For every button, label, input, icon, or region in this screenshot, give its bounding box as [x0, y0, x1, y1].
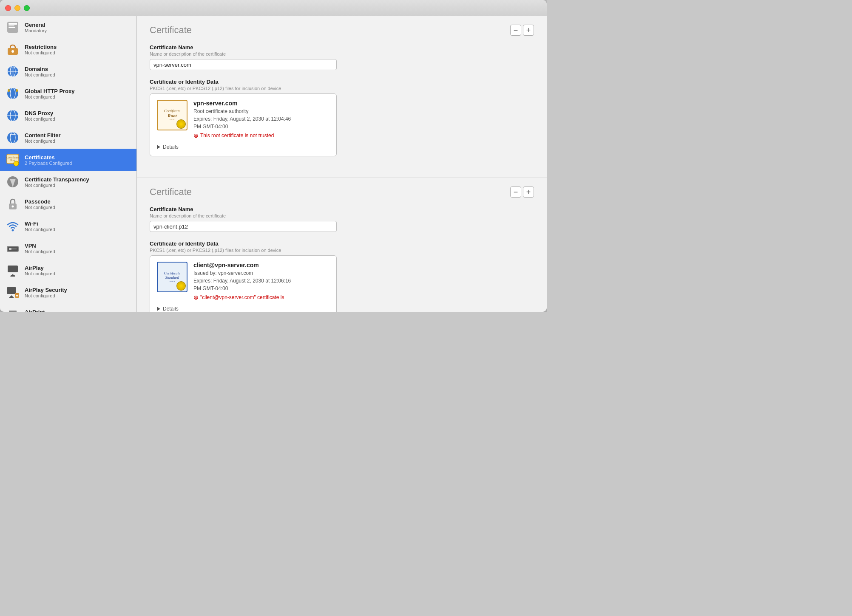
- sidebar-item-vpn[interactable]: VPN Not configured: [0, 237, 136, 259]
- sidebar-item-general[interactable]: General Mandatory: [0, 16, 136, 38]
- svg-rect-2: [9, 25, 14, 26]
- cert-header-1: Certificate − +: [150, 186, 534, 198]
- sidebar-item-subtitle-airplay: Not configured: [25, 271, 55, 276]
- details-label-0: Details: [163, 144, 179, 150]
- svg-point-27: [14, 161, 19, 166]
- sidebar-item-content-filter[interactable]: Content Filter Not configured: [0, 127, 136, 149]
- sidebar-icon-cert-transparency: [5, 174, 20, 189]
- maximize-button[interactable]: [24, 5, 30, 11]
- sidebar-item-certificates[interactable]: CertificateRoot Certificates 2 Payloads …: [0, 149, 136, 171]
- sidebar-item-dns-proxy[interactable]: DNS Proxy Not configured: [0, 105, 136, 127]
- svg-rect-42: [16, 293, 18, 294]
- cert-info-title-1: client@vpn-server.com: [193, 262, 291, 268]
- cert-remove-button-0[interactable]: −: [510, 25, 521, 36]
- main-content: General Mandatory Restrictions Not confi…: [0, 16, 547, 312]
- sidebar-item-subtitle-vpn: Not configured: [25, 249, 55, 254]
- cert-details-row-0[interactable]: Details: [157, 144, 329, 150]
- cert-info-0: vpn-server.com Root certificate authorit…: [193, 100, 291, 139]
- cert-info-line3-0: PM GMT-04:00: [193, 123, 291, 130]
- cert-name-input-0[interactable]: [150, 59, 337, 70]
- cert-error-icon-1: ⊗: [193, 294, 199, 301]
- sidebar-item-title-airplay-security: AirPlay Security: [25, 287, 67, 293]
- right-panel: Certificate − + Certificate Name Name or…: [137, 16, 547, 312]
- sidebar-item-subtitle-passcode: Not configured: [25, 205, 55, 210]
- svg-rect-38: [11, 275, 15, 276]
- sidebar-icon-airplay: [5, 263, 20, 278]
- cert-data-desc-1: PKCS1 (.cer, etc) or PKCS12 (.p12) files…: [150, 248, 534, 253]
- svg-rect-3: [9, 27, 15, 28]
- cert-data-label-0: Certificate or Identity Data: [150, 79, 534, 85]
- cert-remove-button-1[interactable]: −: [510, 186, 521, 198]
- cert-error-0: ⊗ This root certificate is not trusted: [193, 132, 291, 139]
- cert-error-1: ⊗ "client@vpn-server.com" certificate is: [193, 294, 291, 301]
- svg-text:Root: Root: [10, 159, 15, 161]
- sidebar-item-cert-transparency[interactable]: Certificate Transparency Not configured: [0, 171, 136, 193]
- cert-name-desc-0: Name or description of the certificate: [150, 51, 534, 57]
- sidebar-icon-dns-proxy: [5, 108, 20, 123]
- cert-error-icon-0: ⊗: [193, 132, 199, 139]
- cert-info-title-0: vpn-server.com: [193, 100, 291, 107]
- svg-rect-12: [7, 68, 19, 68]
- sidebar-item-title-general: General: [25, 22, 47, 28]
- svg-rect-39: [7, 287, 16, 294]
- cert-name-group-0: Certificate Name Name or description of …: [150, 44, 534, 70]
- sidebar-item-airplay-security[interactable]: AirPlay Security Not configured: [0, 281, 136, 303]
- sidebar-item-passcode[interactable]: Passcode Not configured: [0, 193, 136, 215]
- sidebar-icon-global-http-proxy: [5, 86, 20, 101]
- sidebar-icon-airplay-security: [5, 285, 20, 300]
- svg-rect-16: [8, 89, 10, 92]
- sidebar-item-airprint[interactable]: AirPrint Not configured: [0, 303, 136, 312]
- details-triangle-1: [157, 307, 160, 311]
- cert-error-text-0: This root certificate is not trusted: [200, 133, 274, 138]
- sidebar-icon-restrictions: [5, 42, 20, 57]
- sidebar-item-title-airplay: AirPlay: [25, 265, 55, 271]
- sidebar-item-subtitle-dns-proxy: Not configured: [25, 116, 55, 122]
- cert-section-0: Certificate − + Certificate Name Name or…: [137, 16, 547, 178]
- cert-icon-1: Certificate Standard ~~~: [157, 262, 187, 292]
- sidebar-icon-certificates: CertificateRoot: [5, 152, 20, 167]
- sidebar-item-airplay[interactable]: AirPlay Not configured: [0, 259, 136, 281]
- cert-name-label-0: Certificate Name: [150, 44, 534, 51]
- cert-card-0: Certificate Root ~~~ vpn-server.com Root…: [150, 93, 337, 156]
- traffic-lights: [5, 5, 30, 11]
- cert-data-label-1: Certificate or Identity Data: [150, 240, 534, 247]
- details-label-1: Details: [163, 306, 179, 312]
- sidebar-icon-content-filter: [5, 130, 20, 145]
- svg-rect-45: [9, 311, 17, 312]
- cert-section-title-1: Certificate: [150, 186, 192, 198]
- sidebar-icon-airprint: [5, 307, 20, 312]
- svg-rect-11: [11, 66, 14, 77]
- cert-name-input-1[interactable]: [150, 221, 337, 232]
- sidebar-item-subtitle-certificates: 2 Payloads Configured: [25, 161, 72, 166]
- sidebar-item-wifi[interactable]: Wi-Fi Not configured: [0, 215, 136, 237]
- cert-info-1: client@vpn-server.com Issued by: vpn-ser…: [193, 262, 291, 301]
- cert-data-group-0: Certificate or Identity Data PKCS1 (.cer…: [150, 79, 534, 156]
- sidebar-item-title-wifi: Wi-Fi: [25, 220, 55, 227]
- cert-details-row-1[interactable]: Details: [157, 306, 329, 312]
- cert-name-label-1: Certificate Name: [150, 206, 534, 212]
- cert-action-buttons-1: − +: [510, 186, 534, 198]
- cert-card-inner-1: Certificate Standard ~~~ client@vpn-serv…: [157, 262, 329, 301]
- cert-info-line3-1: PM GMT-04:00: [193, 285, 291, 292]
- svg-point-30: [12, 206, 14, 208]
- svg-rect-5: [10, 48, 16, 49]
- close-button[interactable]: [5, 5, 11, 11]
- sidebar-item-title-dns-proxy: DNS Proxy: [25, 110, 55, 116]
- cert-section-title-0: Certificate: [150, 25, 192, 36]
- main-window: General Mandatory Restrictions Not confi…: [0, 0, 547, 312]
- cert-info-line2-1: Expires: Friday, August 2, 2030 at 12:06…: [193, 277, 291, 285]
- sidebar-item-restrictions[interactable]: Restrictions Not configured: [0, 38, 136, 60]
- sidebar-item-global-http-proxy[interactable]: Global HTTP Proxy Not configured: [0, 82, 136, 105]
- svg-point-21: [7, 132, 18, 143]
- cert-icon-0: Certificate Root ~~~: [157, 100, 187, 130]
- sidebar-item-subtitle-restrictions: Not configured: [25, 50, 57, 55]
- sidebar: General Mandatory Restrictions Not confi…: [0, 16, 137, 312]
- sidebar-item-title-vpn: VPN: [25, 243, 55, 249]
- cert-add-button-0[interactable]: +: [523, 25, 534, 36]
- sidebar-item-domains[interactable]: Domains Not configured: [0, 60, 136, 82]
- minimize-button[interactable]: [14, 5, 20, 11]
- cert-add-button-1[interactable]: +: [523, 186, 534, 198]
- svg-rect-23: [10, 134, 16, 135]
- sidebar-item-subtitle-wifi: Not configured: [25, 227, 55, 232]
- cert-info-line1-0: Root certificate authority: [193, 107, 291, 115]
